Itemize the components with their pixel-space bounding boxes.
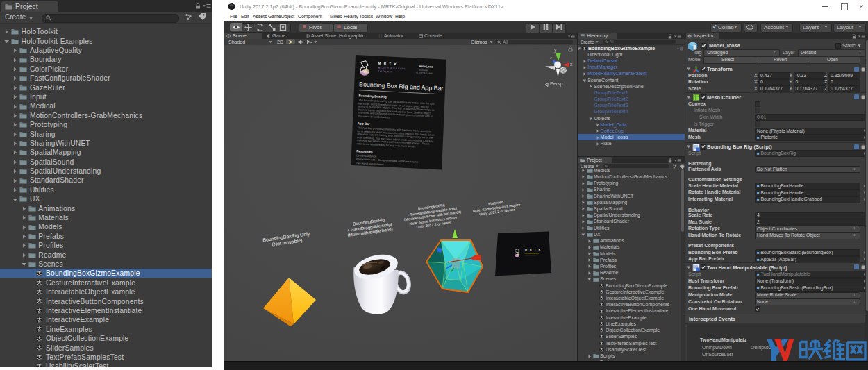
svg-text:M R T K: M R T K (525, 249, 542, 251)
svg-text:y: y (554, 47, 557, 53)
svg-text:x: x (570, 62, 573, 67)
svg-text:z: z (550, 56, 552, 60)
